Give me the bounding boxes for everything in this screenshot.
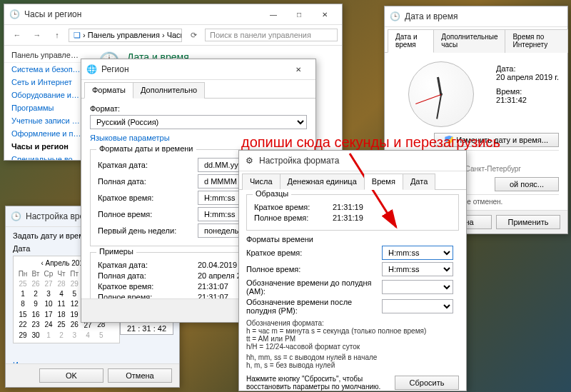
region-icon: 🌐 <box>86 64 97 75</box>
tab-date[interactable]: Дата <box>403 174 435 190</box>
format-label: Формат: <box>90 104 307 113</box>
format-select[interactable]: Русский (Россия) <box>90 115 307 129</box>
date-value: 20 апреля 2019 г. <box>496 73 559 81</box>
clock-icon: 🕒 <box>9 9 20 20</box>
region-tabs: Форматы Дополнительно <box>81 81 315 99</box>
region-titlebar: 🌐 Регион ✕ <box>81 59 315 80</box>
sidebar-item[interactable]: Оформление и персонализация <box>4 127 89 140</box>
pm-combo[interactable] <box>382 299 453 313</box>
fmt-titlebar: ⚙ Настройка формата <box>239 151 466 171</box>
short-time-combo[interactable]: H:mm:ss <box>382 246 453 260</box>
cp-sidebar: Панель управления — домашняя страница Си… <box>4 46 89 160</box>
nav-fwd-icon[interactable]: → <box>29 26 46 44</box>
tab-internet-time[interactable]: Время по Интернету <box>505 29 568 53</box>
sidebar-item[interactable]: Учетные записи пользователей <box>4 114 89 127</box>
fmt-tabs: Числа Денежная единица Время Дата <box>239 173 466 190</box>
dtcp-tabs: Дата и время Дополнительные часы Время п… <box>385 29 567 53</box>
fmt-title: Настройка формата <box>259 156 339 166</box>
time-label: Время: <box>496 87 559 96</box>
cp-titlebar: 🕒 Часы и регион — □ ✕ <box>4 4 342 25</box>
refresh-icon[interactable]: ⟳ <box>185 26 202 44</box>
reset-text: Нажмите кнопку "Сбросить", чтобы восстан… <box>246 375 388 391</box>
tab-additional-clocks[interactable]: Дополнительные часы <box>433 29 505 53</box>
clock-icon: 🕒 <box>389 11 400 22</box>
gear-icon: ⚙ <box>243 155 255 166</box>
format-legend: Обозначения формата: h = час m = минута … <box>246 319 459 369</box>
change-tz-button[interactable]: ой пояс... <box>495 177 559 191</box>
am-combo[interactable] <box>382 280 453 294</box>
close-button[interactable]: ✕ <box>312 6 338 22</box>
long-time-combo[interactable]: H:mm:ss <box>382 262 453 276</box>
sidebar-item[interactable]: Программы <box>4 101 89 114</box>
annotation-text: допиши сюда секунды и перезагрузись <box>241 134 500 151</box>
lang-params-link[interactable]: Языковые параметры <box>90 134 170 142</box>
sidebar-item[interactable]: Оборудование и зву <box>4 89 89 101</box>
nav-back-icon[interactable]: ← <box>9 26 26 44</box>
time-formats-heading: Форматы времени <box>246 235 459 243</box>
sidebar-heading: Панель управления — домашняя страница <box>4 49 89 63</box>
tab-formats[interactable]: Форматы <box>84 82 133 99</box>
examples-legend: Примеры <box>96 247 136 256</box>
time-value: 21:31:42 <box>496 96 559 104</box>
cp-title: Часы и регион <box>24 9 81 19</box>
sidebar-item[interactable]: Система и безопасн <box>4 63 89 76</box>
tab-datetime[interactable]: Дата и время <box>388 29 434 53</box>
tab-time[interactable]: Время <box>364 174 403 190</box>
dtcp-title: Дата и время <box>405 11 458 21</box>
sidebar-item[interactable]: Сеть и Интернет <box>4 76 89 89</box>
analog-clock <box>408 61 474 127</box>
reset-button[interactable]: Сбросить <box>395 376 459 390</box>
tab-currency[interactable]: Денежная единица <box>280 174 365 190</box>
dt-dlg-footer: OK Отмена <box>6 363 179 387</box>
close-button[interactable]: ✕ <box>286 61 311 77</box>
min-button[interactable]: — <box>261 6 286 22</box>
date-label: Дата: <box>496 64 559 73</box>
format-settings-dialog: ⚙ Настройка формата Числа Денежная едини… <box>238 150 467 391</box>
tab-extra[interactable]: Дополнительно <box>133 82 205 99</box>
max-button[interactable]: □ <box>286 6 312 22</box>
search-input[interactable]: Поиск в панели управления <box>205 29 338 41</box>
cp-breadcrumb: ← → ↑ ❏ › Панель управления › Часы и рег… <box>4 25 342 46</box>
dt-formats-legend: Форматы даты и времени <box>96 144 196 153</box>
clock-icon: 🕒 <box>10 211 21 222</box>
ok-button[interactable]: OK <box>39 368 103 383</box>
nav-up-icon[interactable]: ↑ <box>49 26 66 44</box>
cancel-button[interactable]: Отмена <box>108 368 172 383</box>
breadcrumb-path[interactable]: ❏ › Панель управления › Часы и регион <box>69 29 182 42</box>
sidebar-item[interactable]: Специальные возмо <box>4 153 89 160</box>
sidebar-item-active[interactable]: Часы и регион <box>4 140 89 153</box>
region-title: Регион <box>101 64 129 74</box>
tab-numbers[interactable]: Числа <box>242 174 281 190</box>
apply-button[interactable]: Применить <box>496 215 560 229</box>
samples-legend: Образцы <box>253 189 291 198</box>
dtcp-titlebar: 🕒 Дата и время <box>385 6 567 27</box>
